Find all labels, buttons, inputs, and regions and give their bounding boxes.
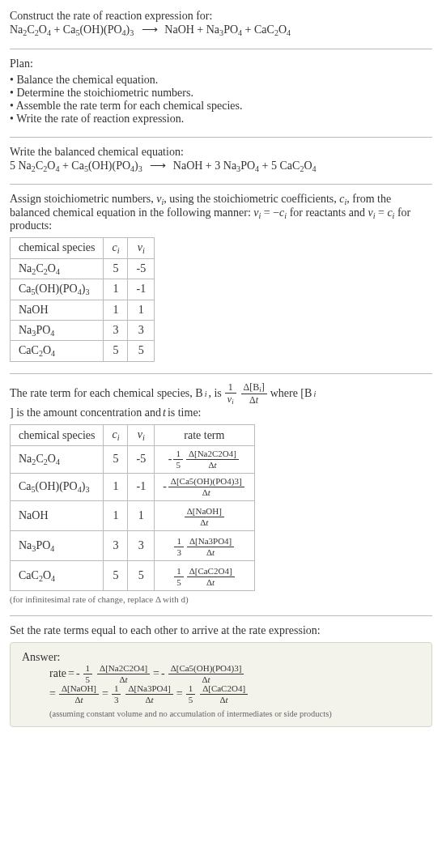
cell-vi: 5 (128, 560, 155, 590)
cell-vi: -5 (128, 258, 155, 279)
cell-ci: 5 (104, 258, 128, 279)
cell-species: Na2C2O4 (11, 258, 104, 279)
cell-rate-term: 13 Δ[Na3PO4]Δt (155, 530, 254, 560)
table-header-row: chemical species ci νi rate term (11, 425, 255, 446)
cell-rate-term: Δ[NaOH]Δt (155, 500, 254, 530)
stoich-table: chemical species ci νi Na2C2O4 5 -5 Ca5(… (10, 237, 155, 362)
balanced-label: Write the balanced chemical equation: (10, 146, 432, 159)
col-ci: ci (104, 425, 128, 446)
col-vi: νi (128, 238, 155, 259)
divider (10, 373, 432, 374)
plan-section: Plan: Balance the chemical equation. Det… (10, 57, 432, 126)
plan-label: Plan: (10, 57, 432, 70)
plan-list: Balance the chemical equation. Determine… (10, 74, 432, 126)
cell-ci: 1 (104, 473, 128, 500)
divider (10, 184, 432, 185)
table-row: Na2C2O4 5 -5 - 15 Δ[Na2C2O4]Δt (11, 445, 255, 473)
rate-label: rate (49, 667, 66, 680)
cell-ci: 3 (104, 530, 128, 560)
table-row: Ca5(OH)(PO4)3 1 -1 (11, 279, 155, 300)
cell-ci: 1 (104, 500, 128, 530)
cell-vi: 3 (128, 530, 155, 560)
arrow-icon: ⟶ (142, 23, 157, 36)
table-row: Ca5(OH)(PO4)3 1 -1 - Δ[Ca5(OH)(PO4)3]Δt (11, 473, 255, 500)
cell-species: CaC2O4 (11, 341, 104, 362)
unbalanced-equation: Na2C2O4 + Ca5(OH)(PO4)3 ⟶ NaOH + Na3PO4 … (10, 23, 432, 37)
final-intro: Set the rate terms equal to each other t… (10, 624, 432, 637)
col-species: chemical species (11, 425, 104, 446)
plan-item: Balance the chemical equation. (10, 74, 432, 87)
stoich-intro: Assign stoichiometric numbers, νi, using… (10, 193, 432, 232)
table-row: CaC2O4 5 5 15 Δ[CaC2O4]Δt (11, 560, 255, 590)
col-species: chemical species (11, 238, 104, 259)
cell-vi: -1 (128, 279, 155, 300)
cell-species: Na2C2O4 (11, 445, 104, 473)
cell-species: NaOH (11, 500, 104, 530)
col-rate-term: rate term (155, 425, 254, 446)
rate-expression-line2: = Δ[NaOH]Δt = 13 Δ[Na3PO4]Δt = 15 Δ[CaC2… (49, 684, 420, 704)
cell-ci: 1 (104, 300, 128, 320)
cell-species: CaC2O4 (11, 560, 104, 590)
cell-rate-term: 15 Δ[CaC2O4]Δt (155, 560, 254, 590)
cell-rate-term: - 15 Δ[Na2C2O4]Δt (155, 445, 254, 473)
cell-ci: 5 (104, 445, 128, 473)
stoich-section: Assign stoichiometric numbers, νi, using… (10, 193, 432, 362)
table-row: Na3PO4 3 3 13 Δ[Na3PO4]Δt (11, 530, 255, 560)
cell-vi: 5 (128, 341, 155, 362)
balanced-eq-section: Write the balanced chemical equation: 5 … (10, 146, 432, 173)
divider (10, 49, 432, 49)
infinitesimal-note: (for infinitesimal rate of change, repla… (10, 594, 432, 604)
title-section: Construct the rate of reaction expressio… (10, 10, 432, 37)
cell-vi: -1 (128, 473, 155, 500)
plan-item: Assemble the rate term for each chemical… (10, 100, 432, 113)
coef: 5 (271, 160, 277, 172)
coef: 5 (10, 160, 15, 172)
cell-ci: 5 (104, 560, 128, 590)
cell-vi: -5 (128, 445, 155, 473)
final-section: Set the rate terms equal to each other t… (10, 624, 432, 727)
title-text: Construct the rate of reaction expressio… (10, 10, 432, 23)
cell-species: Ca5(OH)(PO4)3 (11, 473, 104, 500)
divider (10, 137, 432, 138)
cell-vi: 1 (128, 300, 155, 320)
rate-expression-line1: rate = - 15 Δ[Na2C2O4]Δt = - Δ[Ca5(OH)(P… (49, 664, 420, 684)
plan-item: Determine the stoichiometric numbers. (10, 87, 432, 100)
cell-ci: 3 (104, 320, 128, 341)
frac-one-over-nui: 1 νi (225, 382, 236, 406)
rate-term-section: The rate term for each chemical species,… (10, 382, 432, 604)
frac-dBi-dt: Δ[Bi] Δt (241, 382, 267, 406)
arrow-icon: ⟶ (150, 159, 165, 172)
cell-species: Na3PO4 (11, 530, 104, 560)
assumption-note: (assuming constant volume and no accumul… (49, 709, 420, 718)
answer-label: Answer: (22, 651, 420, 664)
table-row: Na3PO4 3 3 (11, 320, 155, 341)
table-row: Na2C2O4 5 -5 (11, 258, 155, 279)
cell-species: Na3PO4 (11, 320, 104, 341)
cell-rate-term: - Δ[Ca5(OH)(PO4)3]Δt (155, 473, 254, 500)
table-header-row: chemical species ci νi (11, 238, 155, 259)
cell-ci: 5 (104, 341, 128, 362)
cell-vi: 3 (128, 320, 155, 341)
cell-species: Ca5(OH)(PO4)3 (11, 279, 104, 300)
cell-species: NaOH (11, 300, 104, 320)
rate-term-intro: The rate term for each chemical species,… (10, 382, 432, 420)
balanced-equation: 5 Na2C2O4 + Ca5(OH)(PO4)3 ⟶ NaOH + 3 Na3… (10, 159, 432, 173)
coef: 3 (215, 160, 220, 172)
table-row: NaOH 1 1 (11, 300, 155, 320)
answer-box: Answer: rate = - 15 Δ[Na2C2O4]Δt = - Δ[C… (10, 642, 432, 727)
cell-vi: 1 (128, 500, 155, 530)
cell-ci: 1 (104, 279, 128, 300)
col-ci: ci (104, 238, 128, 259)
col-vi: νi (128, 425, 155, 446)
divider (10, 615, 432, 616)
rate-term-table: chemical species ci νi rate term Na2C2O4… (10, 424, 255, 591)
plan-item: Write the rate of reaction expression. (10, 113, 432, 126)
table-row: CaC2O4 5 5 (11, 341, 155, 362)
table-row: NaOH 1 1 Δ[NaOH]Δt (11, 500, 255, 530)
